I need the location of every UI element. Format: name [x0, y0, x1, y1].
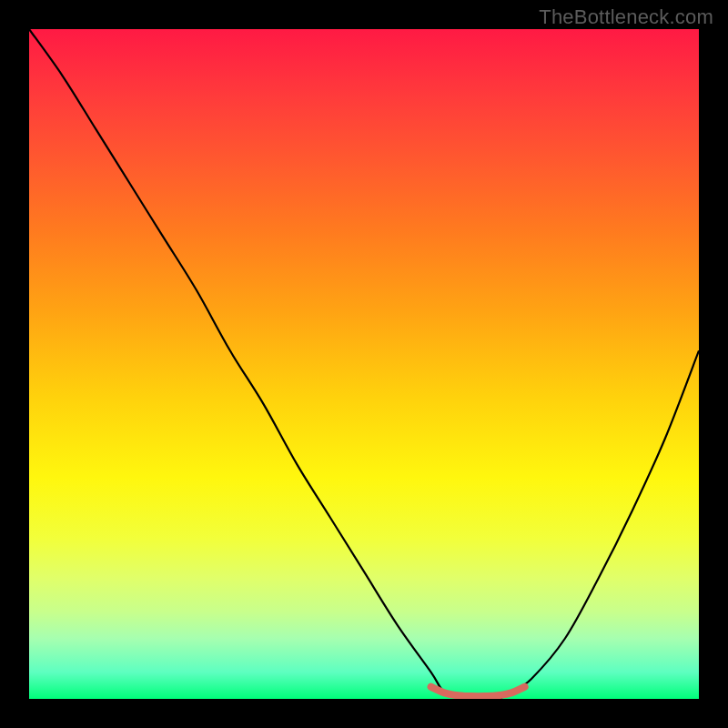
watermark-text: TheBottleneck.com [539, 5, 713, 29]
bottleneck-curve-path [29, 29, 699, 699]
plot-area [29, 29, 699, 699]
chart-frame: TheBottleneck.com [0, 0, 728, 728]
series-group [29, 29, 699, 699]
chart-svg [29, 29, 699, 699]
target-band-path [431, 687, 525, 696]
